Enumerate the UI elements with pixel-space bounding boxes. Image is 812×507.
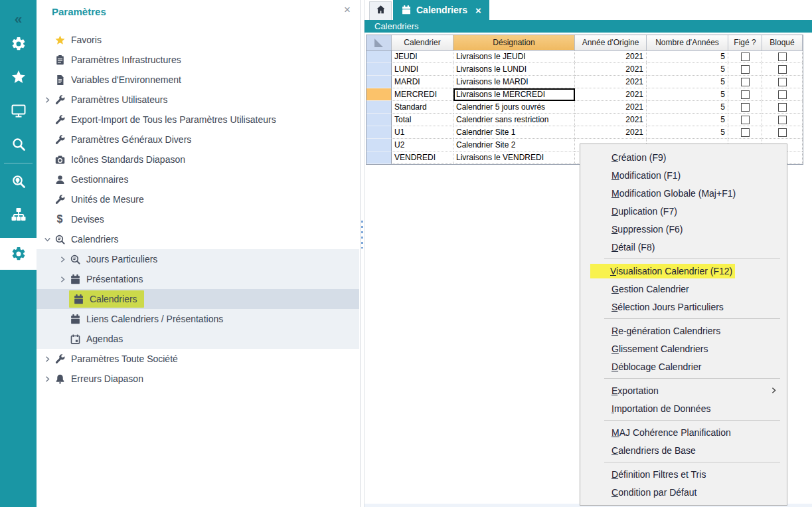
tab-calendriers[interactable]: Calendriers ×	[393, 0, 489, 20]
row-selector[interactable]	[366, 51, 392, 63]
fige-checkbox[interactable]	[741, 78, 750, 86]
cell-nombre: 5	[647, 76, 728, 88]
bloque-checkbox[interactable]	[778, 90, 787, 99]
sidebar-item-parametres-infrastructures[interactable]: Paramètres Infrastructures	[37, 50, 359, 70]
rail-button-display[interactable]	[0, 96, 37, 126]
fige-checkbox[interactable]	[741, 116, 750, 124]
menu-item-glissement-calendriers[interactable]: Glissement Calendriers	[580, 340, 787, 357]
menu-separator	[604, 378, 780, 379]
close-icon[interactable]: ×	[344, 4, 351, 15]
select-all-header[interactable]	[366, 35, 392, 51]
menu-item-importation-de-donnees[interactable]: Importation de Données	[580, 399, 787, 417]
sidebar-item-label: Devises	[71, 214, 104, 225]
chevron-right-icon[interactable]	[42, 373, 52, 384]
sidebar-item-presentations[interactable]: Présentations	[37, 269, 359, 289]
menu-item-modification-f1[interactable]: Modification (F1)	[580, 166, 787, 184]
menu-item-deblocage-calendrier[interactable]: Déblocage Calendrier	[580, 357, 787, 375]
table-row-total[interactable]: TotalCalendrier sans restriction20215	[366, 114, 803, 126]
column-header-annee-d-origine[interactable]: Année d'Origine	[575, 35, 647, 51]
cell-designation: Livraisons le MERCREDI	[453, 88, 575, 101]
menu-item-label: Calendriers de Base	[610, 444, 697, 457]
table-row-standard[interactable]: StandardCalendrier 5 jours ouvrés20215	[366, 101, 803, 114]
menu-item-selection-jours-particuliers[interactable]: Sélection Jours Particuliers	[580, 298, 787, 316]
chevron-right-icon[interactable]	[57, 274, 68, 284]
row-selector[interactable]	[366, 76, 392, 88]
menu-item-condition-par-defaut[interactable]: Condition par Défaut	[580, 483, 787, 501]
cell-bloque	[762, 88, 803, 101]
sidebar-item-calendriers[interactable]: Calendriers	[37, 229, 359, 249]
row-selector[interactable]	[366, 126, 392, 139]
sidebar-item-variables-d-environnement[interactable]: Variables d'Environnement	[37, 70, 359, 90]
row-selector[interactable]	[366, 63, 392, 76]
column-header-nombre-d-annees[interactable]: Nombre d'Années	[647, 35, 728, 51]
table-row-lundi[interactable]: LUNDILivraisons le LUNDI20215	[366, 63, 803, 76]
table-row-mercredi[interactable]: MERCREDILivraisons le MERCREDI20215	[366, 88, 803, 101]
rail-button-favorites[interactable]	[0, 62, 37, 92]
table-row-u1[interactable]: U1Calendrier Site 120215	[366, 126, 803, 139]
rail-button-hierarchy[interactable]	[0, 200, 37, 229]
fige-checkbox[interactable]	[741, 52, 750, 61]
chevron-right-icon[interactable]	[42, 354, 52, 364]
sidebar-item-devises[interactable]: $Devises	[37, 209, 359, 229]
sidebar-item-unites-de-mesure[interactable]: Unités de Mesure	[37, 189, 359, 209]
bloque-checkbox[interactable]	[778, 116, 787, 124]
table-row-mardi[interactable]: MARDILivraisons le MARDI20215	[366, 76, 803, 88]
row-selector[interactable]	[366, 152, 392, 164]
menu-item-maj-coherence-planification[interactable]: MAJ Cohérence Planification	[580, 423, 787, 441]
column-header-designation[interactable]: Désignation	[453, 35, 575, 51]
rail-button-search[interactable]	[0, 130, 37, 159]
cell-fige	[728, 126, 762, 139]
fige-checkbox[interactable]	[741, 90, 750, 99]
tab-home[interactable]	[369, 1, 392, 20]
menu-item-definition-filtres-et-tris[interactable]: Définition Filtres et Tris	[580, 465, 787, 483]
row-selector[interactable]	[366, 88, 392, 101]
menu-item-gestion-calendrier[interactable]: Gestion Calendrier	[580, 280, 787, 298]
column-header-bloque[interactable]: Bloqué	[762, 35, 803, 51]
bloque-checkbox[interactable]	[778, 128, 787, 137]
menu-item-creation-f9[interactable]: Création (F9)	[580, 148, 787, 166]
menu-item-duplication-f7[interactable]: Duplication (F7)	[580, 202, 787, 220]
sidebar-item-erreurs-diapason[interactable]: Erreurs Diapason	[37, 369, 359, 389]
chevron-down-icon[interactable]	[42, 234, 52, 245]
row-selector[interactable]	[366, 139, 392, 152]
fige-checkbox[interactable]	[741, 128, 750, 137]
sidebar-item-icones-standards-diapason[interactable]: Icônes Standards Diapason	[37, 150, 359, 169]
fige-checkbox[interactable]	[741, 65, 750, 74]
bloque-checkbox[interactable]	[778, 78, 787, 86]
cell-calendrier: MARDI	[392, 76, 453, 88]
bloque-checkbox[interactable]	[778, 65, 787, 74]
close-icon[interactable]: ×	[475, 5, 481, 16]
row-selector[interactable]	[366, 101, 392, 114]
menu-item-visualisation-calendrier-f12[interactable]: Visualisation Calendrier (F12)	[580, 262, 787, 280]
chevrons-left-icon: «	[15, 11, 23, 27]
sidebar-item-export-import-de-tous-les-parametres-utilisateurs[interactable]: Export-Import de Tous les Paramètres Uti…	[37, 110, 359, 130]
menu-item-suppression-f6[interactable]: Suppression (F6)	[580, 220, 787, 238]
menu-item-modification-globale-maj-f1[interactable]: Modification Globale (Maj+F1)	[580, 184, 787, 202]
chevron-right-icon[interactable]	[57, 254, 68, 264]
bloque-checkbox[interactable]	[778, 103, 787, 112]
sidebar-item-gestionnaires[interactable]: Gestionnaires	[37, 169, 359, 189]
sidebar-item-liens-calendriers-presentations[interactable]: Liens Calendriers / Présentations	[37, 309, 359, 329]
rail-button-settings[interactable]	[0, 238, 37, 270]
table-row-jeudi[interactable]: JEUDILivraisons le JEUDI20215	[366, 51, 803, 63]
sidebar-item-parametres-utilisateurs[interactable]: Paramètres Utilisateurs	[37, 90, 359, 110]
sidebar-item-jours-particuliers[interactable]: Jours Particuliers	[37, 249, 359, 269]
rail-button-search-location[interactable]	[0, 167, 37, 196]
chevron-right-icon[interactable]	[42, 94, 52, 105]
rail-button-modules[interactable]	[0, 29, 37, 58]
fige-checkbox[interactable]	[741, 103, 750, 112]
bloque-checkbox[interactable]	[778, 52, 787, 61]
menu-item-detail-f8[interactable]: Détail (F8)	[580, 238, 787, 256]
sidebar-item-calendriers[interactable]: Calendriers	[37, 289, 359, 309]
menu-item-exportation[interactable]: Exportation	[580, 381, 787, 399]
sidebar-item-agendas[interactable]: Agendas	[37, 329, 359, 349]
sidebar-item-favoris[interactable]: Favoris	[37, 30, 359, 50]
menu-item-calendriers-de-base[interactable]: Calendriers de Base	[580, 441, 787, 459]
column-header-calendrier[interactable]: Calendrier	[392, 35, 453, 51]
sidebar-item-parametres-toute-societe[interactable]: Paramètres Toute Société	[37, 349, 359, 369]
menu-item-label: Condition par Défaut	[610, 486, 698, 499]
column-header-fige[interactable]: Figé ?	[728, 35, 762, 51]
row-selector[interactable]	[366, 114, 392, 126]
sidebar-item-parametres-generaux-divers[interactable]: Paramètres Généraux Divers	[37, 130, 359, 150]
menu-item-re-generation-calendriers[interactable]: Re-génération Calendriers	[580, 322, 787, 340]
